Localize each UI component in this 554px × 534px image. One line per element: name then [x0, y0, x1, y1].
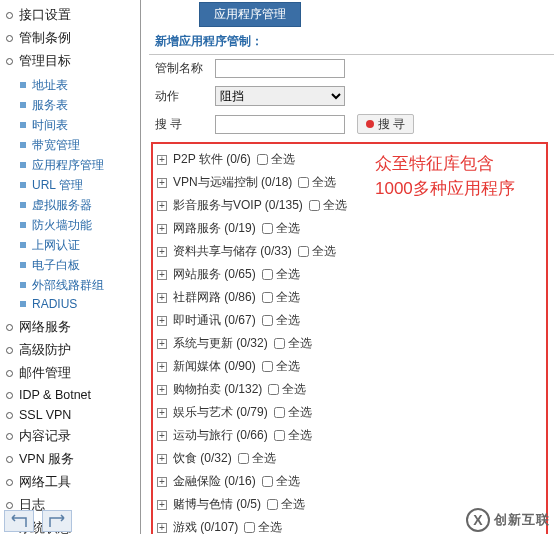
sidebar-item-idp[interactable]: IDP & Botnet [6, 385, 134, 405]
bullet-icon [6, 479, 13, 486]
sidebar-sub-time[interactable]: 时间表 [20, 115, 134, 135]
sidebar-sub-extgroup[interactable]: 外部线路群组 [20, 275, 134, 295]
sidebar-item-nettools[interactable]: 网络工具 [6, 471, 134, 494]
expand-icon[interactable]: + [157, 293, 167, 303]
category-name: 资料共享与储存 (0/33) [173, 243, 292, 260]
sidebar-sub-bandwidth[interactable]: 带宽管理 [20, 135, 134, 155]
select-all-label: 全选 [281, 496, 305, 513]
expand-icon[interactable]: + [157, 201, 167, 211]
name-input[interactable] [215, 59, 345, 78]
select-all-label: 全选 [271, 151, 295, 168]
expand-icon[interactable]: + [157, 270, 167, 280]
select-all-label: 全选 [276, 473, 300, 490]
expand-icon[interactable]: + [157, 247, 167, 257]
sidebar-item-label: 内容记录 [19, 428, 71, 445]
footer-button-1[interactable] [4, 510, 34, 532]
select-all-checkbox[interactable] [262, 361, 273, 372]
select-all-checkbox[interactable] [262, 476, 273, 487]
category-row: +金融保险 (0/16)全选 [155, 470, 365, 493]
square-icon [20, 142, 26, 148]
select-all-checkbox[interactable] [268, 384, 279, 395]
select-all-checkbox[interactable] [238, 453, 249, 464]
sidebar-sublist: 地址表 服务表 时间表 带宽管理 应用程序管理 URL 管理 虚拟服务器 防火墙… [20, 75, 134, 312]
category-row: +系统与更新 (0/32)全选 [155, 332, 365, 355]
sidebar-item-advprotect[interactable]: 高级防护 [6, 339, 134, 362]
sidebar-item-sslvpn[interactable]: SSL VPN [6, 405, 134, 425]
select-all-checkbox[interactable] [262, 269, 273, 280]
expand-icon[interactable]: + [157, 431, 167, 441]
select-all-label: 全选 [323, 197, 347, 214]
category-row: +社群网路 (0/86)全选 [155, 286, 365, 309]
category-name: 赌博与色情 (0/5) [173, 496, 261, 513]
sidebar-sub-label: 时间表 [32, 117, 68, 134]
tab-app-management[interactable]: 应用程序管理 [199, 2, 301, 27]
select-all-checkbox[interactable] [298, 246, 309, 257]
category-row: +游戏 (0/107)全选 [155, 516, 365, 534]
sidebar-sub-label: 外部线路群组 [32, 277, 104, 294]
square-icon [20, 162, 26, 168]
expand-icon[interactable]: + [157, 155, 167, 165]
select-all-label: 全选 [276, 289, 300, 306]
sidebar-sub-radius[interactable]: RADIUS [20, 295, 134, 312]
select-all-checkbox[interactable] [257, 154, 268, 165]
bullet-icon [6, 35, 13, 42]
bullet-icon [6, 456, 13, 463]
annotation-text: 众至特征库包含1000多种应用程序 [365, 148, 520, 534]
sidebar-item-netservice[interactable]: 网络服务 [6, 316, 134, 339]
expand-icon[interactable]: + [157, 339, 167, 349]
search-input[interactable] [215, 115, 345, 134]
category-name: 饮食 (0/32) [173, 450, 232, 467]
sidebar-sub-url[interactable]: URL 管理 [20, 175, 134, 195]
select-all-checkbox[interactable] [262, 223, 273, 234]
expand-icon[interactable]: + [157, 385, 167, 395]
sidebar-sub-service[interactable]: 服务表 [20, 95, 134, 115]
bullet-icon [6, 347, 13, 354]
expand-icon[interactable]: + [157, 523, 167, 533]
category-name: 网站服务 (0/65) [173, 266, 256, 283]
select-all-checkbox[interactable] [274, 407, 285, 418]
expand-icon[interactable]: + [157, 477, 167, 487]
select-all-checkbox[interactable] [267, 499, 278, 510]
bullet-icon [6, 433, 13, 440]
sidebar-sub-auth[interactable]: 上网认证 [20, 235, 134, 255]
category-name: VPN与远端控制 (0/18) [173, 174, 292, 191]
category-row: +新闻媒体 (0/90)全选 [155, 355, 365, 378]
expand-icon[interactable]: + [157, 408, 167, 418]
expand-icon[interactable]: + [157, 316, 167, 326]
expand-icon[interactable]: + [157, 178, 167, 188]
select-all-checkbox[interactable] [262, 315, 273, 326]
select-all-checkbox[interactable] [262, 292, 273, 303]
select-all-label: 全选 [312, 243, 336, 260]
bullet-icon [6, 412, 13, 419]
expand-icon[interactable]: + [157, 454, 167, 464]
footer-button-2[interactable] [42, 510, 72, 532]
sidebar-item-rules[interactable]: 管制条例 [6, 27, 134, 50]
category-name: 金融保险 (0/16) [173, 473, 256, 490]
watermark-logo: X 创新互联 [466, 508, 550, 532]
category-name: 新闻媒体 (0/90) [173, 358, 256, 375]
sidebar-item-mail[interactable]: 邮件管理 [6, 362, 134, 385]
select-all-checkbox[interactable] [274, 338, 285, 349]
sidebar-item-vpn[interactable]: VPN 服务 [6, 448, 134, 471]
logo-text: 创新互联 [494, 511, 550, 529]
expand-icon[interactable]: + [157, 224, 167, 234]
category-row: +运动与旅行 (0/66)全选 [155, 424, 365, 447]
sidebar-sub-appmgmt[interactable]: 应用程序管理 [20, 155, 134, 175]
action-select[interactable]: 阻挡 [215, 86, 345, 106]
sidebar-sub-firewall[interactable]: 防火墙功能 [20, 215, 134, 235]
sidebar-item-contentlog[interactable]: 内容记录 [6, 425, 134, 448]
select-all-label: 全选 [276, 266, 300, 283]
sidebar-sub-whiteboard[interactable]: 电子白板 [20, 255, 134, 275]
select-all-checkbox[interactable] [244, 522, 255, 533]
expand-icon[interactable]: + [157, 362, 167, 372]
sidebar-sub-address[interactable]: 地址表 [20, 75, 134, 95]
select-all-checkbox[interactable] [309, 200, 320, 211]
sidebar-sub-vserver[interactable]: 虚拟服务器 [20, 195, 134, 215]
select-all-checkbox[interactable] [298, 177, 309, 188]
select-all-checkbox[interactable] [274, 430, 285, 441]
expand-icon[interactable]: + [157, 500, 167, 510]
sidebar-item-targets[interactable]: 管理目标 [6, 50, 134, 73]
category-row: +P2P 软件 (0/6)全选 [155, 148, 365, 171]
search-button[interactable]: 搜 寻 [357, 114, 414, 134]
sidebar-item-interface[interactable]: 接口设置 [6, 4, 134, 27]
